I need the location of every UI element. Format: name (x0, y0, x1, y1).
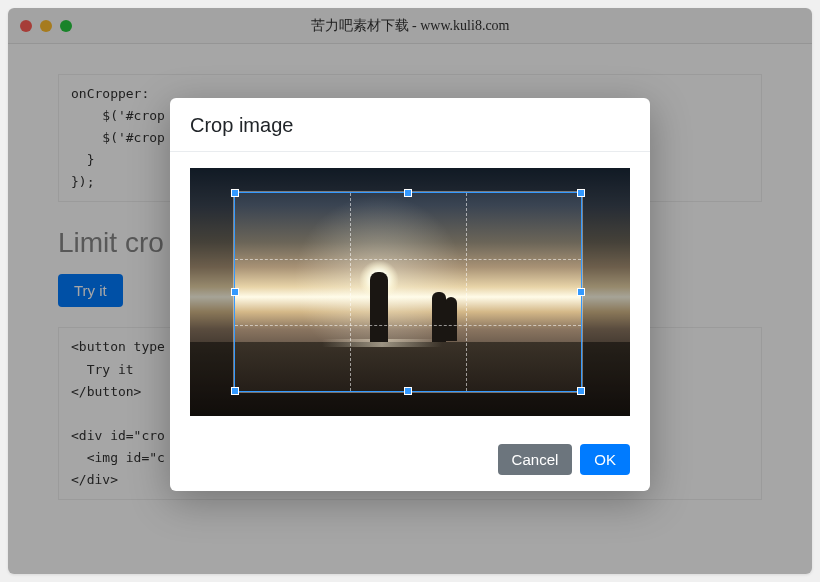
crop-grid-line (466, 193, 467, 391)
crop-handle-sw[interactable] (231, 387, 239, 395)
crop-handle-ne[interactable] (577, 189, 585, 197)
modal-header: Crop image (170, 98, 650, 152)
crop-dim-right (582, 192, 630, 392)
crop-handle-se[interactable] (577, 387, 585, 395)
crop-box[interactable] (234, 192, 582, 392)
crop-handle-e[interactable] (577, 288, 585, 296)
ok-button[interactable]: OK (580, 444, 630, 475)
crop-handle-nw[interactable] (231, 189, 239, 197)
crop-handle-n[interactable] (404, 189, 412, 197)
modal-title: Crop image (190, 114, 630, 137)
crop-handle-s[interactable] (404, 387, 412, 395)
crop-grid-line (235, 259, 581, 260)
cancel-button[interactable]: Cancel (498, 444, 573, 475)
crop-dim-left (190, 192, 234, 392)
crop-handle-w[interactable] (231, 288, 239, 296)
modal-body (170, 152, 650, 432)
modal-footer: Cancel OK (170, 432, 650, 491)
browser-window: 苦力吧素材下载 - www.kuli8.com onCropper: $('#c… (8, 8, 812, 574)
crop-grid-line (350, 193, 351, 391)
crop-grid-line (235, 325, 581, 326)
crop-dim-bottom (190, 392, 630, 416)
cropper-container[interactable] (190, 168, 630, 416)
crop-image-modal: Crop image (170, 98, 650, 491)
